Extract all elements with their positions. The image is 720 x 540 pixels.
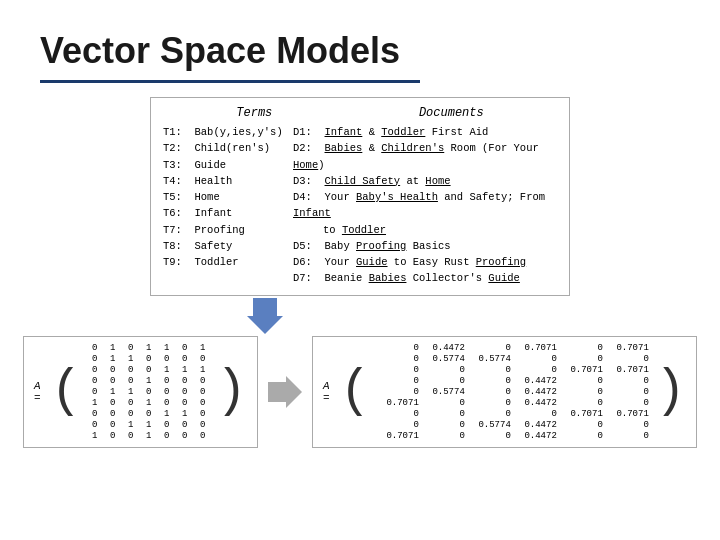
- table-row: 1001000: [88, 431, 210, 441]
- table-row: 0110000: [88, 354, 210, 364]
- content-area: Terms Documents T1: Bab(y,ies,y's) T2: C…: [40, 97, 680, 448]
- list-item: T9: Toddler: [163, 254, 283, 270]
- arrow-head: [247, 316, 283, 334]
- list-item: D1: Infant & Toddler First Aid: [293, 124, 557, 140]
- table-row: 00000.70710.7071: [377, 365, 649, 375]
- table-row: 0110000: [88, 387, 210, 397]
- table-row: 0000.447200: [377, 376, 649, 386]
- terms-column: T1: Bab(y,ies,y's) T2: Child(ren's) T3: …: [163, 124, 283, 287]
- arrow-head: [286, 376, 302, 408]
- matrix-A-data: 0101101 0110000 0000111 0001000 0110000: [88, 343, 210, 441]
- terms-header: Terms: [236, 106, 272, 120]
- table-row: 00.447200.707100.7071: [377, 343, 649, 353]
- list-item: D6: Your Guide to Easy Rust Proofing: [293, 254, 557, 270]
- down-arrow: [247, 298, 283, 334]
- table-row: 00.577400.447200: [377, 387, 649, 397]
- terms-docs-table: Terms Documents T1: Bab(y,ies,y's) T2: C…: [150, 97, 570, 296]
- right-bracket-2: ): [655, 366, 686, 418]
- table-row: 0101101: [88, 343, 210, 353]
- title-underline: [40, 80, 420, 83]
- table-row: 0000110: [88, 409, 210, 419]
- table-body: T1: Bab(y,ies,y's) T2: Child(ren's) T3: …: [163, 124, 557, 287]
- list-item: T3: Guide: [163, 157, 283, 173]
- list-item: D7: Beanie Babies Collector's Guide: [293, 270, 557, 286]
- right-bracket: ): [216, 366, 247, 418]
- left-bracket: (: [51, 366, 82, 418]
- slide: Vector Space Models Terms Documents T1: …: [0, 0, 720, 540]
- table-row: 000.57740.447200: [377, 420, 649, 430]
- list-item: T1: Bab(y,ies,y's): [163, 124, 283, 140]
- list-item: T5: Home: [163, 189, 283, 205]
- list-item: D4: Your Baby's Health and Safety; From …: [293, 189, 557, 222]
- list-item: T7: Proofing: [163, 222, 283, 238]
- matrix-A-label: A =: [34, 380, 41, 404]
- table-row: 00.57740.5774000: [377, 354, 649, 364]
- table-row: 0.7071000.447200: [377, 398, 649, 408]
- right-arrow: [268, 376, 302, 408]
- matrices-row: A = ( 0101101 0110000 0000111 0001000: [40, 336, 680, 448]
- list-item: T8: Safety: [163, 238, 283, 254]
- matrix-A2-container: A = ( 00.447200.707100.7071 00.57740.577…: [312, 336, 697, 448]
- list-item: to Toddler: [293, 222, 557, 238]
- left-bracket-2: (: [340, 366, 371, 418]
- list-item: T4: Health: [163, 173, 283, 189]
- list-item: D3: Child Safety at Home: [293, 173, 557, 189]
- table-row: 0.7071000.447200: [377, 431, 649, 441]
- matrix-A-container: A = ( 0101101 0110000 0000111 0001000: [23, 336, 258, 448]
- list-item: D5: Baby Proofing Basics: [293, 238, 557, 254]
- docs-header: Documents: [419, 106, 484, 120]
- docs-column: D1: Infant & Toddler First Aid D2: Babie…: [293, 124, 557, 287]
- table-row: 0011000: [88, 420, 210, 430]
- page-title: Vector Space Models: [40, 30, 680, 72]
- list-item: D2: Babies & Children's Room (For Your H…: [293, 140, 557, 173]
- table-row: 00000.70710.7071: [377, 409, 649, 419]
- table-row: 1001000: [88, 398, 210, 408]
- table-row: 0000111: [88, 365, 210, 375]
- arrow-body: [268, 382, 286, 402]
- table-header-row: Terms Documents: [163, 106, 557, 120]
- table-row: 0001000: [88, 376, 210, 386]
- list-item: T2: Child(ren's): [163, 140, 283, 156]
- list-item: T6: Infant: [163, 205, 283, 221]
- matrix-A2-data: 00.447200.707100.7071 00.57740.5774000 0…: [377, 343, 649, 441]
- matrix-A2-label: A =: [323, 380, 330, 404]
- arrow-body: [253, 298, 277, 316]
